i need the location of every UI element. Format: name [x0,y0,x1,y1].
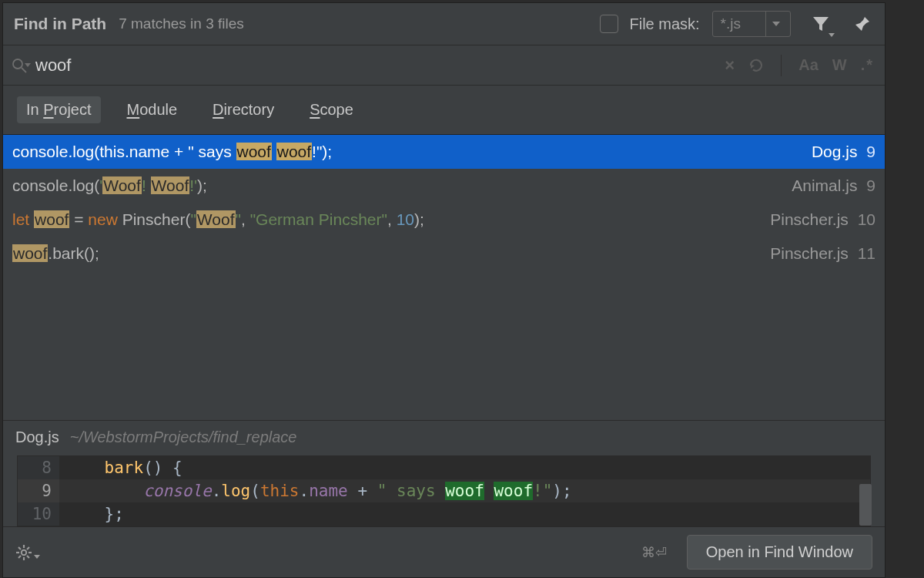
code-line: bark() { [59,456,870,479]
result-file: Animal.js 9 [782,176,875,195]
clear-search-icon[interactable]: × [725,55,735,76]
preview-code[interactable]: 8 bark() { 9 console.log(this.name + " s… [17,455,871,526]
result-row[interactable]: console.log(this.name + " says woof woof… [3,135,885,169]
result-code: let woof = new Pinscher("Woof", "German … [12,210,761,229]
search-input[interactable] [35,45,725,85]
filemask-chevron[interactable] [765,12,785,36]
svg-point-0 [13,59,22,69]
results-list: console.log(this.name + " says woof woof… [3,135,885,271]
result-row[interactable]: let woof = new Pinscher("Woof", "German … [3,203,885,237]
result-file: Pinscher.js 11 [761,244,875,263]
whole-word-toggle[interactable]: W [832,56,847,74]
tab-module[interactable]: Module [118,96,187,123]
filemask-checkbox[interactable] [600,15,618,33]
tab-directory[interactable]: Directory [203,96,283,123]
svg-line-1 [22,68,26,72]
tab-scope[interactable]: Scope [300,96,363,123]
dialog-title: Find in Path [14,15,106,33]
dialog-header: Find in Path 7 matches in 3 files File m… [3,3,885,45]
gutter-line-number: 8 [18,456,59,479]
filemask-value: *.js [721,15,741,32]
regex-toggle[interactable]: .* [861,56,874,74]
result-code: console.log('Woof! Woof!'); [12,176,782,195]
svg-point-2 [22,549,26,554]
preview-scrollbar[interactable] [859,484,872,526]
match-count: 7 matches in 3 files [119,15,244,32]
pin-icon[interactable] [851,12,874,35]
gutter-line-number: 9 [18,479,59,502]
preview-header: Dog.js ~/WebstormProjects/find_replace [3,421,885,454]
preview-pane: Dog.js ~/WebstormProjects/find_replace 8… [3,420,885,526]
result-row[interactable]: console.log('Woof! Woof!'); Animal.js 9 [3,169,885,203]
filemask-select[interactable]: *.js [712,11,791,37]
filemask-label: File mask: [629,15,699,33]
preview-file-name: Dog.js [15,428,59,446]
gutter-line-number: 10 [18,502,59,526]
svg-line-9 [18,556,21,558]
scope-tabs: In Project Module Directory Scope [3,86,885,135]
reload-icon[interactable] [748,58,764,73]
keyboard-shortcut: ⌘⏎ [641,544,667,561]
svg-line-10 [27,547,29,549]
gear-icon[interactable] [15,544,40,561]
match-case-toggle[interactable]: Aa [798,56,819,74]
result-file: Pinscher.js 10 [761,210,875,229]
result-code: console.log(this.name + " says woof woof… [12,143,802,161]
search-icon [11,57,31,74]
dialog-footer: ⌘⏎ Open in Find Window [3,526,885,577]
result-row[interactable]: woof.bark(); Pinscher.js 11 [3,237,885,271]
preview-file-path: ~/WebstormProjects/find_replace [70,428,297,446]
search-tools: × Aa W .* [725,55,874,76]
code-line: }; [59,502,870,526]
result-code: woof.bark(); [12,244,761,263]
open-in-find-window-button[interactable]: Open in Find Window [687,535,872,570]
tab-in-project[interactable]: In Project [17,96,101,123]
svg-line-8 [27,556,29,558]
result-file: Dog.js 9 [802,143,875,161]
search-row: × Aa W .* [3,45,885,86]
svg-line-7 [18,547,21,549]
code-line: console.log(this.name + " says woof woof… [59,479,870,502]
find-in-path-dialog: Find in Path 7 matches in 3 files File m… [2,2,886,578]
filter-icon[interactable] [809,12,832,35]
